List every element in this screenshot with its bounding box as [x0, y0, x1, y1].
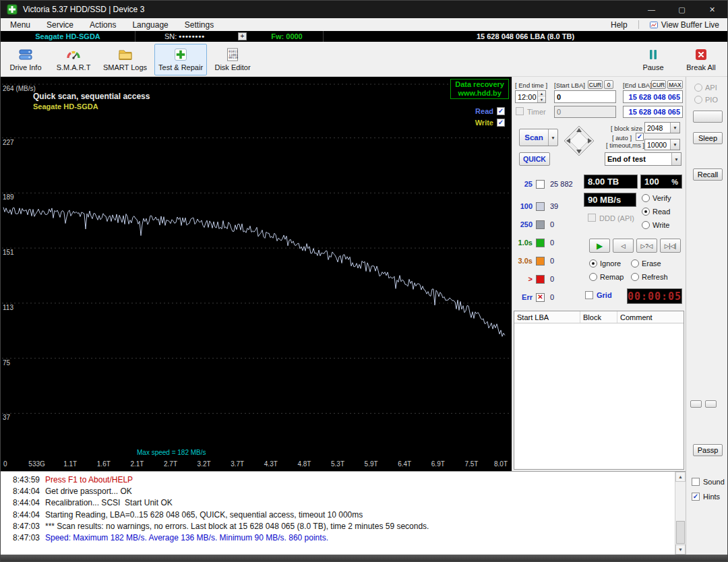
binary-document-icon: 010111100100110 — [224, 46, 241, 63]
menu-menu[interactable]: Menu — [2, 18, 38, 31]
menu-actions[interactable]: Actions — [82, 18, 124, 31]
scroll-up-icon[interactable]: ▲ — [675, 472, 686, 482]
minimize-button[interactable]: — — [636, 1, 667, 18]
passport-button[interactable]: Passp — [693, 444, 723, 456]
firmware-segment: Fw: 0000 — [251, 31, 324, 42]
disk-editor-button[interactable]: 010111100100110 Disk Editor — [210, 44, 255, 75]
verify-radio[interactable]: Verify — [642, 194, 671, 202]
menu-settings[interactable]: Settings — [177, 18, 222, 31]
close-button[interactable]: ✕ — [697, 1, 727, 18]
view-buffer-live-button[interactable]: View Buffer Live — [642, 18, 727, 31]
chart-gridlines — [2, 84, 509, 413]
drive-model-segment: Seagate HD-SGDA — [1, 31, 135, 42]
write-radio[interactable]: Write — [642, 221, 669, 229]
hints-checkbox[interactable]: ✓Hints — [692, 493, 720, 501]
menu-service[interactable]: Service — [38, 18, 82, 31]
scan-dropdown-icon[interactable]: ▼ — [548, 129, 557, 146]
radio-dot — [694, 96, 702, 104]
scan-button-group[interactable]: Scan ▼ — [519, 129, 558, 146]
column-comment[interactable]: Comment — [617, 311, 684, 323]
write-plot-checkbox[interactable]: ✓ — [497, 119, 505, 127]
spin-down-icon[interactable]: ▼ — [538, 97, 545, 103]
log-timestamp: 8:43:59 — [13, 474, 45, 486]
log-scrollbar[interactable]: ▲ ▼ — [675, 472, 686, 555]
speed-chart[interactable]: 264 (MB/s)2271891511137537 0533G1.1T1.6T… — [1, 77, 512, 471]
smart-logs-button[interactable]: SMART Logs — [99, 44, 151, 75]
timeout-combo[interactable]: 10000▼ — [644, 139, 680, 150]
jump-to-end-button[interactable]: ▷|◁| — [660, 239, 681, 253]
sound-checkbox[interactable]: Sound — [692, 478, 725, 486]
test-repair-button[interactable]: Test & Repair — [154, 44, 207, 75]
scroll-thumb[interactable] — [676, 521, 685, 544]
defect-table[interactable]: Start LBA Block Comment — [514, 311, 684, 470]
pause-button[interactable]: Pause — [631, 44, 675, 75]
ddd-api-checkbox[interactable] — [588, 214, 596, 222]
counter-label: 1.0s — [514, 239, 533, 247]
menu-help[interactable]: Help — [603, 18, 636, 31]
error-checkbox[interactable]: ✕ — [536, 293, 545, 302]
x-axis-tick-label: 2.7T — [164, 460, 177, 468]
break-all-button[interactable]: Break All — [679, 44, 723, 75]
jump-to-error-button[interactable]: ▷?◁ — [636, 239, 657, 253]
end-of-test-combo[interactable]: End of test▼ — [605, 152, 681, 166]
small-button-1[interactable] — [690, 400, 702, 408]
erase-radio[interactable]: Erase — [631, 259, 661, 268]
counter-value: 0 — [550, 257, 554, 265]
read-radio[interactable]: Read — [642, 208, 670, 216]
start-lba-cur-button[interactable]: CUR — [588, 80, 603, 89]
api-radio[interactable]: API — [694, 84, 717, 92]
timer-label: Timer — [527, 108, 546, 116]
combo-arrow-icon[interactable]: ▼ — [670, 139, 679, 150]
victoria-window: Victoria 5.37 HDD/SSD | Device 3 — ▢ ✕ M… — [0, 0, 728, 562]
log-message: Get drive passport... OK — [45, 486, 132, 497]
auto-checkbox[interactable]: ✓ — [636, 133, 644, 141]
buffer-chart-icon — [650, 21, 658, 29]
start-scan-button[interactable]: ▶ — [589, 239, 610, 253]
menu-language[interactable]: Language — [124, 18, 176, 31]
drive-info-label: Drive Info — [9, 63, 41, 71]
timer-value-display: 0 — [554, 106, 616, 118]
blank-button[interactable] — [693, 111, 723, 123]
end-lba-cur-button[interactable]: CUR — [651, 80, 666, 89]
counter-color-swatch — [536, 275, 545, 284]
end-time-spinner[interactable]: 12:00 ▲▼ — [515, 90, 546, 103]
smart-button[interactable]: S.M.A.R.T — [51, 44, 96, 75]
quick-button[interactable]: QUICK — [519, 152, 550, 166]
pio-radio[interactable]: PIO — [694, 96, 718, 104]
ignore-radio[interactable]: Ignore — [589, 259, 621, 268]
timer-checkbox[interactable] — [516, 107, 524, 115]
combo-arrow-icon[interactable]: ▼ — [671, 153, 681, 165]
x-axis-tick-label: 7.5T — [464, 460, 478, 468]
refresh-radio[interactable]: Refresh — [631, 273, 668, 281]
spin-up-icon[interactable]: ▲ — [538, 91, 545, 97]
auto-label: [ auto ] — [612, 134, 632, 142]
grid-checkbox[interactable] — [585, 291, 593, 299]
end-lba-max-button[interactable]: MAX — [667, 80, 683, 89]
scroll-down-icon[interactable]: ▼ — [675, 544, 686, 555]
start-lba-input[interactable]: 0 — [554, 90, 616, 103]
small-button-2[interactable] — [705, 400, 717, 408]
sleep-button[interactable]: Sleep — [693, 132, 723, 144]
end-lba-input[interactable]: 15 628 048 065 — [623, 90, 683, 103]
read-plot-checkbox[interactable]: ✓ — [497, 107, 505, 115]
recall-button[interactable]: Recall — [693, 168, 723, 181]
combo-arrow-icon[interactable]: ▼ — [670, 123, 679, 133]
drive-info-button[interactable]: Drive Info — [3, 44, 48, 75]
step-back-button[interactable]: ◁ — [613, 239, 634, 253]
column-start-lba[interactable]: Start LBA — [514, 311, 580, 323]
x-axis-tick-label: 1.6T — [97, 460, 111, 468]
maximize-button[interactable]: ▢ — [667, 1, 697, 18]
log-message: *** Scan results: no warnings, no errors… — [45, 521, 429, 532]
column-block[interactable]: Block — [580, 311, 617, 323]
counter-label: 3.0s — [514, 257, 533, 265]
block-size-label: [ block size ] — [611, 125, 646, 132]
remap-radio[interactable]: Remap — [589, 273, 624, 281]
log-line: 8:43:59Press F1 to About/HELP — [1, 474, 686, 486]
lba-navigator-pad[interactable] — [562, 124, 596, 158]
block-size-combo[interactable]: 2048▼ — [644, 122, 680, 133]
log-panel: 8:43:59Press F1 to About/HELP8:44:04Get … — [1, 471, 686, 555]
start-lba-zero-button[interactable]: 0 — [604, 80, 613, 89]
scan-button[interactable]: Scan — [520, 129, 548, 146]
titlebar[interactable]: Victoria 5.37 HDD/SSD | Device 3 — ▢ ✕ — [1, 1, 727, 18]
serial-reveal-button[interactable]: + — [238, 32, 247, 40]
